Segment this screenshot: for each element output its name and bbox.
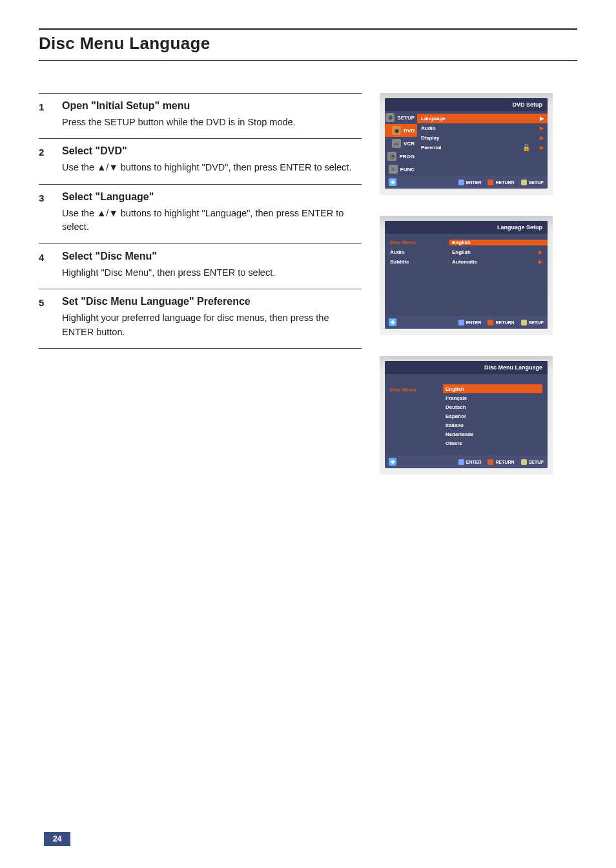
bars-icon: ≡ xyxy=(389,165,398,174)
option-english[interactable]: English xyxy=(443,384,542,393)
step-body: Select "Disc Menu" Highlight "Disc Menu"… xyxy=(62,251,362,280)
osd-item-display[interactable]: Display ▶ xyxy=(421,133,544,143)
step-5: 5 Set "Disc Menu Language" Preference Hi… xyxy=(39,289,362,349)
enter-badge-icon xyxy=(458,320,464,326)
option-italiano[interactable]: Italiano xyxy=(443,420,542,429)
step-heading: Select "DVD" xyxy=(62,145,362,157)
step-desc: Highlight "Disc Menu", then press ENTER … xyxy=(62,266,362,280)
item-label: Language xyxy=(421,116,515,121)
setup-badge-icon xyxy=(521,459,527,465)
nav-vcr[interactable]: ▭VCR xyxy=(385,137,417,150)
left-label: Disc Menu xyxy=(390,387,443,393)
option-label: Français xyxy=(446,395,467,401)
footer-enter: ENTER xyxy=(458,320,482,326)
return-badge-icon xyxy=(488,320,493,326)
content-row: 1 Open "Initial Setup" menu Press the SE… xyxy=(39,93,577,475)
move-icon: ✥ xyxy=(389,318,396,326)
row-value: English xyxy=(449,240,548,245)
osd-title: Disc Menu Language xyxy=(385,361,548,374)
colon: : xyxy=(426,259,452,265)
osd-item-language[interactable]: Language ▶ xyxy=(417,114,548,123)
step-number: 2 xyxy=(39,145,62,174)
osd-row-disc-menu[interactable]: Disc Menu : English ▶ xyxy=(390,238,542,247)
row-value: English xyxy=(452,249,536,255)
page-title: Disc Menu Language xyxy=(39,34,577,54)
footer-return-label: RETURN xyxy=(495,320,514,325)
nav-label: PROG xyxy=(399,154,415,160)
move-icon: ✥ xyxy=(389,178,396,186)
step-body: Set "Disc Menu Language" Preference High… xyxy=(62,296,362,339)
title-bar: Disc Menu Language xyxy=(39,28,577,61)
footer-enter: ENTER xyxy=(458,180,482,185)
osd-item-audio[interactable]: Audio ▶ xyxy=(421,123,544,133)
option-deutsch[interactable]: Deutsch xyxy=(443,402,542,411)
nav-dvd[interactable]: ◉DVD xyxy=(385,124,417,137)
osd-footer: ✥ ENTER RETURN SETUP xyxy=(385,176,548,189)
step-body: Open "Initial Setup" menu Press the SETU… xyxy=(62,100,362,129)
option-others[interactable]: Others xyxy=(443,439,542,448)
spacer xyxy=(421,152,544,165)
nav-prog[interactable]: ◔PROG xyxy=(385,150,417,163)
footer-return: RETURN xyxy=(488,320,514,326)
osd-title: DVD Setup xyxy=(385,98,548,111)
screenshot-disc-menu-language: Disc Menu Language Disc Menu English Fra… xyxy=(380,356,553,475)
nav-setup[interactable]: ⚙SETUP xyxy=(385,111,417,124)
chevron-right-icon: ▶ xyxy=(537,116,544,121)
setup-badge-icon xyxy=(521,320,527,326)
option-label: Nederlands xyxy=(446,431,474,437)
item-label: Audio xyxy=(421,125,515,131)
osd-window: DVD Setup ⚙SETUP ◉DVD ▭VCR ◔PROG ≡FUNC L… xyxy=(385,98,548,189)
lock-icon: 🔓 xyxy=(515,144,537,151)
osd-options-list: English Français Deutsch Español Italian… xyxy=(443,384,542,448)
osd-item-list: Language ▶ Audio ▶ Display xyxy=(417,111,548,176)
footer-setup-label: SETUP xyxy=(529,320,544,325)
option-label: Others xyxy=(446,440,462,446)
nav-func[interactable]: ≡FUNC xyxy=(385,163,417,176)
step-heading: Open "Initial Setup" menu xyxy=(62,100,362,112)
disc-icon: ◉ xyxy=(392,126,401,135)
footer-setup-label: SETUP xyxy=(529,460,544,464)
osd-body: ⚙SETUP ◉DVD ▭VCR ◔PROG ≡FUNC Language ▶ xyxy=(385,111,548,176)
nav-label: VCR xyxy=(404,141,415,147)
chevron-right-icon: ▶ xyxy=(537,125,544,131)
step-desc: Press the SETUP button while the DVD is … xyxy=(62,116,362,129)
colon: : xyxy=(426,249,452,255)
osd-item-parental[interactable]: Parental 🔓 ▶ xyxy=(421,143,544,152)
nav-label: SETUP xyxy=(397,115,415,121)
osd-left-col: Disc Menu xyxy=(390,384,443,448)
footer-setup-label: SETUP xyxy=(529,180,544,185)
step-2: 2 Select "DVD" Use the ▲/▼ buttons to hi… xyxy=(39,139,362,184)
osd-window: Disc Menu Language Disc Menu English Fra… xyxy=(385,361,548,468)
footer-enter: ENTER xyxy=(458,459,482,465)
row-value: Automatic xyxy=(452,259,536,265)
item-label: Parental xyxy=(421,145,515,150)
osd-row-subtitle[interactable]: Subtitle : Automatic ▶ xyxy=(390,257,542,267)
step-desc: Highlight your preferred language for di… xyxy=(62,311,362,339)
step-desc: Use the ▲/▼ buttons to highlight "DVD", … xyxy=(62,161,362,174)
footer-setup: SETUP xyxy=(521,320,544,326)
step-number: 5 xyxy=(39,296,62,339)
row-label: Subtitle xyxy=(390,259,426,265)
osd-title: Language Setup xyxy=(385,221,548,234)
chevron-right-icon: ▶ xyxy=(536,259,542,265)
steps-column: 1 Open "Initial Setup" menu Press the SE… xyxy=(39,93,362,349)
screens-column: DVD Setup ⚙SETUP ◉DVD ▭VCR ◔PROG ≡FUNC L… xyxy=(380,93,553,475)
tape-icon: ▭ xyxy=(392,139,401,148)
option-francais[interactable]: Français xyxy=(443,393,542,402)
footer-enter-label: ENTER xyxy=(466,460,482,464)
step-heading: Select "Disc Menu" xyxy=(62,251,362,262)
clock-icon: ◔ xyxy=(387,152,396,161)
option-label: Deutsch xyxy=(446,404,466,410)
item-label: Display xyxy=(421,135,515,141)
option-espanol[interactable]: Español xyxy=(443,411,542,420)
step-number: 1 xyxy=(39,100,62,129)
step-desc: Use the ▲/▼ buttons to highlight "Langua… xyxy=(62,207,362,234)
footer-return-label: RETURN xyxy=(495,180,514,185)
step-body: Select "DVD" Use the ▲/▼ buttons to high… xyxy=(62,145,362,174)
move-icon: ✥ xyxy=(389,458,396,466)
enter-badge-icon xyxy=(458,180,464,185)
option-nederlands[interactable]: Nederlands xyxy=(443,429,542,439)
step-number: 3 xyxy=(39,191,62,234)
osd-row-audio[interactable]: Audio : English ▶ xyxy=(390,247,542,257)
footer-return: RETURN xyxy=(488,459,514,465)
